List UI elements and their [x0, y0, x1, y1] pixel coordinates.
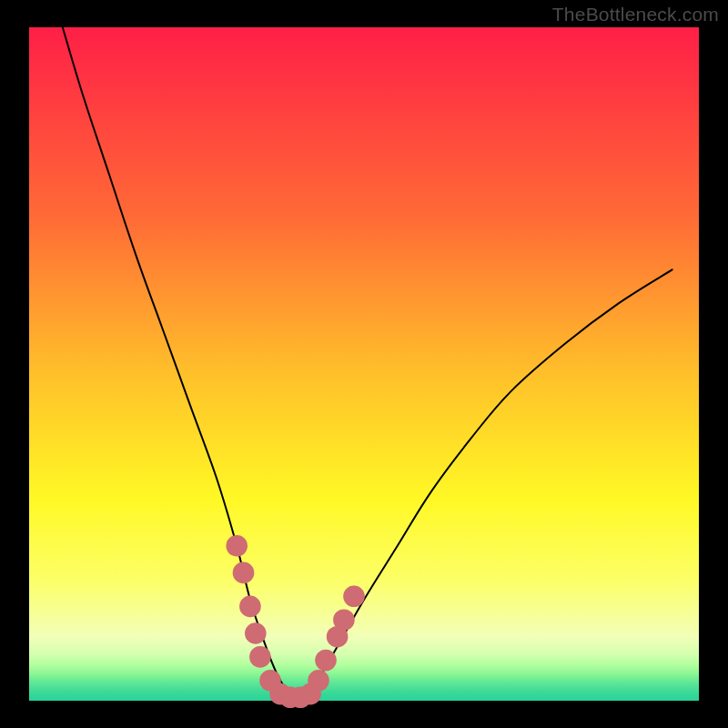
bottleneck-chart — [0, 0, 728, 728]
highlight-marker — [308, 670, 329, 692]
highlight-marker — [226, 535, 248, 557]
highlight-marker — [233, 562, 255, 584]
highlight-marker — [239, 596, 261, 618]
watermark-text: TheBottleneck.com — [552, 4, 719, 25]
highlight-marker — [333, 609, 355, 631]
highlight-marker — [315, 650, 337, 672]
chart-stage: TheBottleneck.com — [0, 0, 728, 728]
highlight-marker — [245, 622, 267, 644]
highlight-marker — [343, 586, 365, 608]
highlight-marker — [249, 646, 271, 668]
